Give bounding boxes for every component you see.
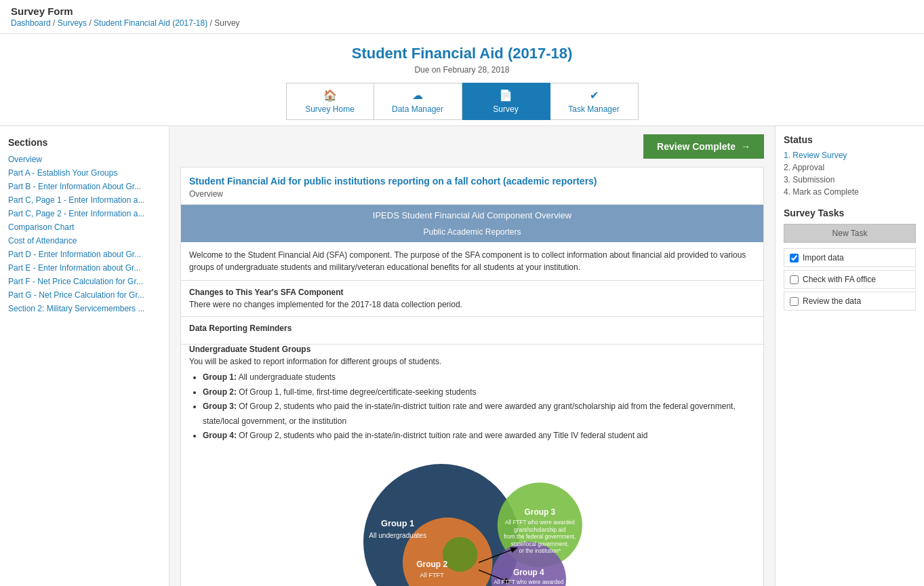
sidebar-item-cost-of-attendance[interactable]: Cost of Attendance — [8, 236, 161, 246]
sidebar-item-part-c2[interactable]: Part C, Page 2 - Enter Information a... — [8, 209, 161, 218]
nav-tabs: 🏠 Survey Home ☁ Data Manager 📄 Survey ✔ … — [0, 83, 924, 120]
content-box: Student Financial Aid for public institu… — [180, 167, 764, 586]
content-area: Review Complete → Student Financial Aid … — [169, 126, 775, 586]
svg-text:All FTFT: All FTFT — [420, 571, 444, 578]
status-list: 1. Review Survey 2. Approval 3. Submissi… — [784, 151, 916, 197]
sidebar-item-part-d[interactable]: Part D - Enter Information about Gr... — [8, 250, 161, 259]
review-complete-button[interactable]: Review Complete → — [643, 134, 764, 159]
task-fa-office-label: Check with FA office — [803, 275, 876, 284]
task-review-data-checkbox[interactable] — [790, 297, 799, 306]
sidebar-item-overview[interactable]: Overview — [8, 155, 161, 164]
svg-text:Group 3: Group 3 — [524, 507, 555, 517]
doc-icon: 📄 — [499, 89, 513, 102]
review-complete-label: Review Complete — [657, 141, 736, 152]
list-item: Group 4: Of Group 2, students who paid t… — [203, 429, 755, 444]
changes-text: There were no changes implemented for th… — [189, 300, 755, 309]
svg-text:from the federal government,: from the federal government, — [504, 534, 576, 540]
new-task-label: New Task — [832, 229, 868, 238]
data-reporting: Data Reporting Reminders — [181, 317, 763, 345]
sidebar-item-part-e[interactable]: Part E - Enter Information about Gr... — [8, 263, 161, 273]
task-fa-office-checkbox[interactable] — [790, 275, 799, 284]
tab-survey[interactable]: 📄 Survey — [462, 83, 550, 120]
breadcrumb-sfa[interactable]: Student Financial Aid (2017-18) — [94, 18, 207, 28]
undergrad-intro: You will be asked to report information … — [189, 357, 755, 366]
venn-diagram-area: Group 1 All undergraduates Group 2 All F… — [181, 450, 763, 586]
due-date: Due on February 28, 2018 — [0, 65, 924, 75]
venn-diagram: Group 1 All undergraduates Group 2 All F… — [317, 457, 628, 586]
svg-text:or the institution*: or the institution* — [519, 548, 561, 554]
status-mark-complete: 4. Mark as Complete — [784, 187, 916, 197]
tab-survey-home[interactable]: 🏠 Survey Home — [286, 83, 374, 120]
right-panel: Status 1. Review Survey 2. Approval 3. S… — [775, 126, 924, 586]
home-icon: 🏠 — [323, 89, 337, 102]
undergrad-groups: Undergraduate Student Groups You will be… — [181, 345, 763, 450]
task-import-label: Import data — [803, 253, 844, 262]
ipeds-subheader: Public Academic Reporters — [181, 226, 763, 242]
intro-text: Welcome to the Student Financial Aid (SF… — [189, 249, 755, 273]
status-submission: 3. Submission — [784, 175, 916, 184]
tasks-heading: Survey Tasks — [784, 208, 916, 218]
check-icon: ✔ — [590, 89, 599, 102]
svg-point-2 — [442, 537, 477, 572]
sidebar-item-section2[interactable]: Section 2: Military Servicemembers ... — [8, 304, 161, 313]
task-import-checkbox[interactable] — [790, 254, 799, 262]
main-layout: Sections Overview Part A - Establish You… — [0, 126, 924, 586]
breadcrumb: Dashboard / Surveys / Student Financial … — [11, 18, 913, 28]
task-item-review-data: Review the data — [784, 292, 916, 311]
status-heading: Status — [784, 134, 916, 145]
ipeds-body: Welcome to the Student Financial Aid (SF… — [181, 242, 763, 281]
survey-tasks: Survey Tasks New Task Import data Check … — [784, 208, 916, 311]
list-item: Group 3: Of Group 2, students who paid t… — [203, 399, 755, 429]
tab-data-manager-label: Data Manager — [392, 104, 443, 114]
ipeds-subtitle: Public Academic Reporters — [423, 227, 521, 237]
task-item-import: Import data — [784, 248, 916, 267]
ipeds-header: IPEDS Student Financial Aid Component Ov… — [181, 205, 763, 226]
tab-data-manager[interactable]: ☁ Data Manager — [374, 83, 462, 120]
status-approval: 2. Approval — [784, 163, 916, 172]
status-review-survey[interactable]: 1. Review Survey — [784, 151, 916, 160]
overview-label: Overview — [181, 189, 763, 205]
svg-text:Group 1: Group 1 — [380, 518, 414, 528]
top-header: Survey Form Dashboard / Surveys / Studen… — [0, 0, 924, 34]
breadcrumb-surveys[interactable]: Surveys — [58, 18, 87, 28]
sidebar-item-part-b[interactable]: Part B - Enter Information About Gr... — [8, 182, 161, 191]
svg-text:state/local government,: state/local government, — [510, 541, 568, 547]
sidebar: Sections Overview Part A - Establish You… — [0, 126, 169, 586]
survey-title-area: Student Financial Aid (2017-18) Due on F… — [0, 34, 924, 126]
task-item-fa-office: Check with FA office — [784, 270, 916, 289]
content-heading: Student Financial Aid for public institu… — [181, 168, 763, 189]
svg-text:Group 2: Group 2 — [416, 560, 447, 569]
ipeds-title: IPEDS Student Financial Aid Component Ov… — [373, 210, 571, 220]
tab-task-manager[interactable]: ✔ Task Manager — [550, 83, 639, 120]
list-item: Group 2: Of Group 1, full-time, first-ti… — [203, 385, 755, 400]
svg-text:All FTFT who were awarded: All FTFT who were awarded — [504, 520, 575, 526]
new-task-button[interactable]: New Task — [784, 224, 916, 243]
list-item: Group 1: All undergraduate students — [203, 370, 755, 385]
cloud-icon: ☁ — [412, 89, 423, 102]
tab-survey-home-label: Survey Home — [305, 104, 355, 114]
tab-survey-label: Survey — [493, 104, 518, 114]
sidebar-item-comparison-chart[interactable]: Comparison Chart — [8, 222, 161, 232]
sidebar-item-part-f[interactable]: Part F - Net Price Calculation for Gr... — [8, 277, 161, 286]
sidebar-item-part-g[interactable]: Part G - Net Price Calculation for Gr... — [8, 290, 161, 300]
sections-heading: Sections — [8, 137, 161, 148]
svg-text:grant/scholarship aid: grant/scholarship aid — [514, 527, 566, 533]
svg-text:Group 4: Group 4 — [513, 568, 544, 577]
changes-heading: Changes to This Year's SFA Component — [189, 288, 755, 297]
undergrad-heading: Undergraduate Student Groups — [189, 345, 755, 354]
tab-task-manager-label: Task Manager — [568, 104, 619, 114]
review-btn-bar: Review Complete → — [180, 134, 764, 159]
svg-text:All undergraduates: All undergraduates — [369, 532, 426, 539]
sidebar-item-part-c1[interactable]: Part C, Page 1 - Enter Information a... — [8, 195, 161, 205]
app-title: Survey Form — [11, 5, 913, 17]
task-review-data-label: Review the data — [803, 296, 861, 306]
breadcrumb-dashboard[interactable]: Dashboard — [11, 18, 51, 28]
data-reporting-heading: Data Reporting Reminders — [189, 324, 755, 333]
changes-section: Changes to This Year's SFA Component The… — [181, 281, 763, 317]
survey-title: Student Financial Aid (2017-18) — [0, 45, 924, 62]
svg-text:All FTFT who were awarded: All FTFT who were awarded — [494, 579, 564, 585]
sidebar-item-part-a[interactable]: Part A - Establish Your Groups — [8, 168, 161, 178]
groups-list: Group 1: All undergraduate students Grou… — [189, 370, 755, 444]
arrow-right-icon: → — [741, 141, 750, 152]
